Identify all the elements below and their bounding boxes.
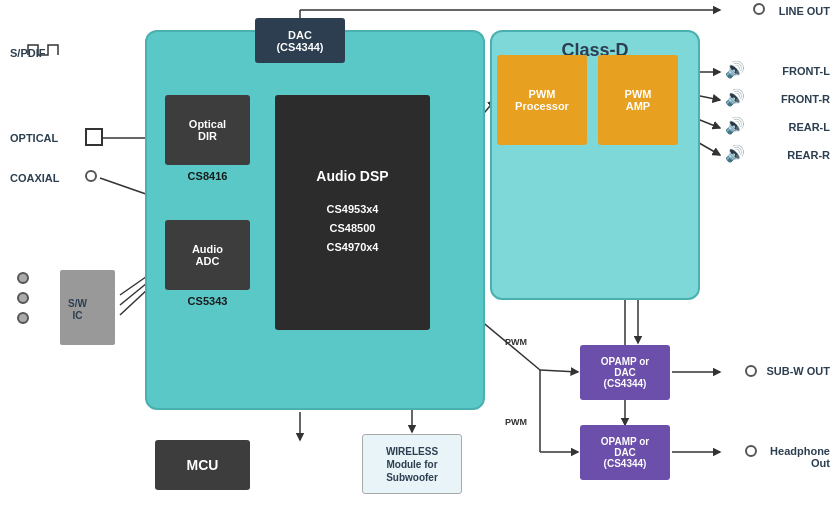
opamp-dac-box-2: OPAMP or DAC (CS4344)	[580, 425, 670, 480]
pwm-processor-label: PWM Processor	[515, 88, 569, 112]
mcu-box: MCU	[155, 440, 250, 490]
opamp-dac-box-1: OPAMP or DAC (CS4344)	[580, 345, 670, 400]
audio-adc-label: Audio ADC	[192, 243, 223, 267]
pwm-amp-label: PWM AMP	[625, 88, 652, 112]
coaxial-label: COAXIAL	[10, 172, 60, 184]
sine-input-2	[17, 292, 29, 304]
speaker-front-l-icon: 🔊	[725, 60, 745, 79]
optical-dir-box: Optical DIR	[165, 95, 250, 165]
headphone-label: HeadphoneOut	[770, 445, 830, 469]
sine-input-1	[17, 272, 29, 284]
dac-label: DAC (CS4344)	[276, 29, 323, 53]
optical-connector	[85, 128, 103, 146]
opamp2-label: OPAMP or DAC (CS4344)	[601, 436, 650, 469]
dac-box: DAC (CS4344)	[255, 18, 345, 63]
sw-ic-label: S/WIC	[68, 298, 87, 322]
coaxial-connector	[85, 170, 97, 182]
line-out-connector	[753, 3, 765, 15]
optical-label: OPTICAL	[10, 132, 58, 144]
mcu-label: MCU	[187, 457, 219, 473]
sub-w-connector	[745, 365, 757, 377]
pwm-processor-box: PWM Processor	[497, 55, 587, 145]
audio-dsp-box: Audio DSP CS4953x4 CS48500 CS4970x4	[275, 95, 430, 330]
rear-r-label: REAR-R	[787, 149, 830, 161]
svg-text:PWM: PWM	[505, 337, 527, 347]
optical-dir-label: Optical DIR	[189, 118, 226, 142]
speaker-front-r-icon: 🔊	[725, 88, 745, 107]
opamp1-label: OPAMP or DAC (CS4344)	[601, 356, 650, 389]
front-r-label: FRONT-R	[781, 93, 830, 105]
sub-w-label: SUB-W OUT	[766, 365, 830, 377]
pwm-amp-box: PWM AMP	[598, 55, 678, 145]
speaker-rear-l-icon: 🔊	[725, 116, 745, 135]
sine-input-3	[17, 312, 29, 324]
svg-text:PWM: PWM	[505, 417, 527, 427]
cs5343-label: CS5343	[165, 295, 250, 307]
diagram-container: I2S I2S I2S I2S I2S PWM PWM PWM Class-D …	[0, 0, 840, 529]
wireless-label: WIRELESS Module for Subwoofer	[386, 445, 438, 484]
speaker-rear-r-icon: 🔊	[725, 144, 745, 163]
headphone-connector	[745, 445, 757, 457]
front-l-label: FRONT-L	[782, 65, 830, 77]
line-out-label: LINE OUT	[779, 5, 830, 17]
spdif-label: S/PDIF	[10, 47, 45, 59]
svg-line-16	[540, 370, 578, 372]
wireless-module-box: WIRELESS Module for Subwoofer	[362, 434, 462, 494]
audio-dsp-title: Audio DSP	[316, 168, 388, 184]
rear-l-label: REAR-L	[788, 121, 830, 133]
audio-dsp-chips: CS4953x4 CS48500 CS4970x4	[327, 200, 379, 256]
cs8416-label: CS8416	[165, 170, 250, 182]
audio-adc-box: Audio ADC	[165, 220, 250, 290]
